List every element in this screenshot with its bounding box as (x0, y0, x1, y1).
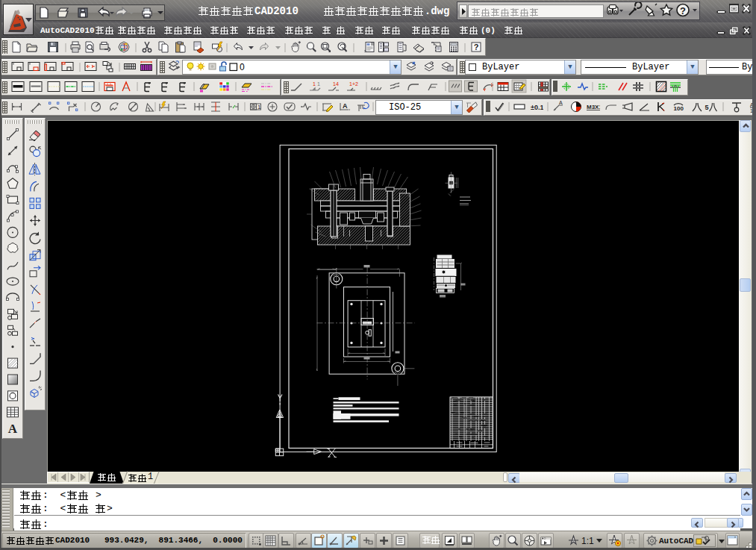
svg-text:?: ? (680, 5, 686, 16)
